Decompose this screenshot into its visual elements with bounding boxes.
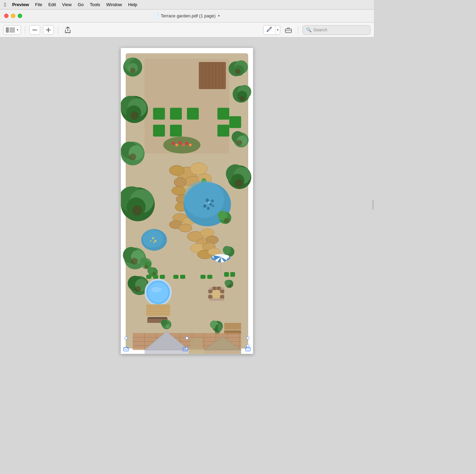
toolbar-sep-3 [298, 26, 298, 34]
svg-point-40 [172, 186, 185, 195]
svg-rect-0 [32, 30, 37, 30]
svg-rect-134 [220, 290, 224, 293]
markup-tools-button[interactable]: ▾ [263, 25, 280, 35]
svg-point-117 [131, 258, 138, 265]
svg-point-208 [144, 265, 148, 269]
svg-point-27 [175, 144, 178, 146]
menu-help[interactable]: Help [128, 2, 137, 7]
svg-rect-175 [145, 350, 189, 354]
svg-point-204 [228, 284, 232, 287]
garden-plan-svg [121, 48, 253, 354]
svg-rect-18 [170, 108, 182, 120]
app-menu-preview[interactable]: Preview [12, 2, 29, 7]
svg-rect-23 [218, 125, 229, 137]
svg-point-121 [135, 286, 141, 292]
svg-rect-199 [207, 275, 212, 279]
toolbar-sep-1 [25, 26, 25, 34]
svg-rect-196 [173, 275, 178, 279]
svg-rect-21 [170, 125, 182, 137]
svg-rect-160 [224, 323, 241, 330]
apple-menu[interactable]:  [4, 2, 6, 8]
title-bar: 📄 Terrace garden.pdf (1 page) ▾ [0, 10, 374, 22]
toolbox-button[interactable] [283, 25, 294, 35]
svg-point-124 [224, 218, 229, 223]
svg-point-33 [190, 163, 207, 175]
menu-edit[interactable]: Edit [48, 2, 56, 7]
svg-point-25 [163, 137, 200, 154]
svg-rect-137 [217, 287, 221, 290]
markup-pen-icon [264, 26, 275, 33]
svg-rect-20 [153, 125, 165, 137]
svg-rect-136 [212, 287, 217, 290]
zoom-in-icon [46, 28, 51, 32]
svg-point-28 [178, 141, 182, 144]
svg-point-142 [152, 287, 162, 293]
toolbar: ▾ ▾ [0, 22, 374, 37]
svg-point-140 [148, 282, 169, 303]
svg-rect-22 [218, 108, 229, 120]
svg-rect-135 [220, 295, 224, 299]
search-box[interactable]: 🔍 [302, 25, 370, 35]
search-icon: 🔍 [306, 27, 312, 32]
sidebar-chevron: ▾ [17, 28, 18, 32]
svg-point-211 [153, 272, 156, 275]
pdf-page [121, 48, 253, 354]
svg-point-67 [211, 200, 214, 202]
resize-handle[interactable] [372, 200, 374, 210]
svg-point-91 [130, 111, 139, 120]
window-title: 📄 Terrace garden.pdf (1 page) ▾ [154, 13, 220, 18]
search-input[interactable] [313, 27, 364, 32]
menu-view[interactable]: View [62, 2, 72, 7]
document-area[interactable] [0, 37, 374, 372]
svg-point-66 [203, 204, 207, 208]
menu-file[interactable]: File [35, 2, 42, 7]
minimize-button[interactable] [11, 14, 15, 18]
svg-point-159 [218, 324, 222, 332]
svg-rect-17 [153, 108, 165, 120]
svg-rect-185 [190, 338, 202, 350]
title-dropdown-chevron[interactable]: ▾ [218, 14, 220, 18]
menu-go[interactable]: Go [78, 2, 83, 7]
maximize-button[interactable] [18, 14, 22, 18]
svg-rect-143 [146, 304, 170, 316]
svg-point-155 [165, 324, 170, 328]
svg-rect-179 [204, 350, 241, 354]
svg-rect-19 [187, 108, 199, 120]
svg-rect-184 [189, 350, 204, 354]
toolbar-sep-2 [58, 26, 58, 34]
zoom-in-button[interactable] [43, 25, 54, 35]
svg-rect-198 [201, 275, 206, 279]
pen-svg [266, 26, 272, 32]
zoom-out-button[interactable] [29, 25, 40, 35]
svg-point-82 [130, 68, 136, 73]
svg-point-63 [184, 180, 224, 218]
svg-point-77 [154, 241, 155, 243]
share-icon [65, 27, 71, 33]
svg-point-76 [150, 240, 152, 241]
menu-window[interactable]: Window [106, 2, 122, 7]
svg-point-70 [208, 202, 210, 204]
close-button[interactable] [4, 14, 9, 18]
svg-point-34 [169, 165, 184, 176]
svg-point-29 [182, 144, 185, 146]
markup-chevron-icon: ▾ [275, 26, 280, 34]
svg-point-104 [239, 96, 245, 101]
svg-point-68 [207, 207, 210, 210]
svg-point-113 [235, 179, 243, 187]
svg-point-192 [125, 347, 127, 350]
svg-rect-3 [267, 31, 269, 32]
svg-point-64 [206, 199, 209, 202]
svg-point-126 [223, 246, 231, 254]
menu-tools[interactable]: Tools [90, 2, 100, 7]
svg-point-26 [172, 142, 175, 145]
sidebar-icon-part [6, 27, 9, 33]
title-label: Terrace garden.pdf (1 page) [161, 13, 216, 18]
svg-point-37 [174, 177, 186, 187]
svg-point-65 [209, 203, 212, 206]
svg-point-188 [247, 337, 249, 339]
svg-rect-2 [48, 28, 49, 32]
svg-point-69 [212, 205, 214, 207]
svg-point-108 [237, 140, 242, 145]
share-button[interactable] [62, 25, 73, 35]
sidebar-toggle-button[interactable]: ▾ [3, 25, 21, 35]
